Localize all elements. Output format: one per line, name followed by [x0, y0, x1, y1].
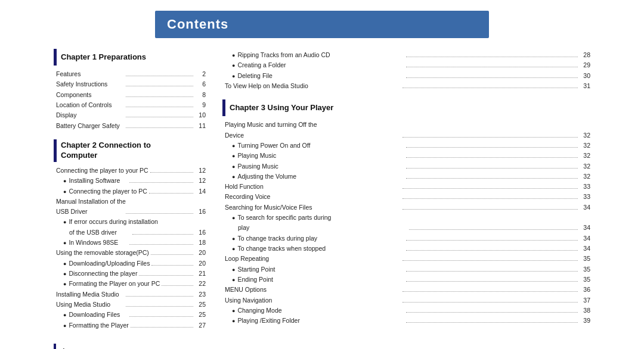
chapter2-section: Chapter 2 Connection toComputer Connecti…	[54, 139, 206, 331]
toc-entry: Using the removable storage(PC)20	[56, 248, 206, 258]
toc-entry: Installing Media Studio23	[56, 289, 206, 300]
toc-entry: ●Deleting File30	[225, 71, 590, 81]
chapter2-entries: Connecting the player to your PC12 ●Inst…	[54, 166, 206, 331]
toc-entry: ●Ending Point35	[225, 275, 590, 285]
toc-entry: ●If error occurs during installation	[56, 217, 206, 227]
toc-entry: Features2	[56, 69, 206, 79]
toc-entry: ●Ripping Tracks from an Audio CD28	[225, 50, 590, 60]
toc-entry: ●To change tracks during play34	[225, 233, 590, 244]
chapter2-heading: Chapter 2 Connection toComputer	[54, 139, 206, 162]
chapter2-bar	[54, 139, 57, 162]
toc-entry: ●Creating a Folder29	[225, 60, 590, 70]
chapter1-section: Chapter 1 Preparations Features2 Safety …	[54, 49, 206, 131]
chapter3-bar	[222, 99, 225, 116]
chapter3-title: Chapter 3 Using Your Player	[230, 103, 333, 113]
page-number: 4	[61, 347, 65, 349]
right-column: ●Ripping Tracks from an Audio CD28 ●Crea…	[222, 48, 590, 339]
toc-entry: MENU Options36	[225, 285, 590, 295]
toc-entry: Using Navigation37	[225, 295, 590, 306]
chapter2-title: Chapter 2 Connection toComputer	[61, 141, 151, 161]
toc-entry: Searching for Music/Voice Files34	[225, 202, 590, 213]
page-footer: 4	[54, 344, 644, 349]
toc-entry: ●Playing /Exiting Folder39	[225, 316, 590, 326]
toc-entry: ●Installing Software12	[56, 176, 206, 186]
toc-entry: ●Adjusting the Volume32	[225, 172, 590, 182]
toc-entry: USB Driver16	[56, 207, 206, 217]
toc-entry: Loop Repeating35	[225, 254, 590, 264]
header-banner: Contents	[155, 11, 489, 38]
toc-entry: Display10	[56, 110, 206, 120]
toc-entry: ●Formating the Player on your PC22	[56, 279, 206, 289]
toc-entry: Connecting the player to your PC12	[56, 166, 206, 176]
toc-entry: ●Connecting the player to PC14	[56, 186, 206, 197]
left-column: Chapter 1 Preparations Features2 Safety …	[54, 48, 206, 339]
toc-entry: ●To search for specific parts during	[225, 213, 590, 223]
toc-entry: Playing Music and turning Off the	[225, 120, 590, 130]
toc-entry: ●Downloading/Uploading Files20	[56, 258, 206, 269]
toc-entry: ●Changing Mode38	[225, 306, 590, 316]
chapter1-heading: Chapter 1 Preparations	[54, 49, 206, 66]
toc-entry: To View Help on Media Studio31	[225, 81, 590, 91]
toc-entry: ●Disconnecting the player21	[56, 269, 206, 279]
chapter3-entries: Playing Music and turning Off the Device…	[222, 120, 590, 326]
toc-entry: Recording Voice33	[225, 192, 590, 202]
chapter1-entries: Features2 Safety Instructions6 Component…	[54, 69, 206, 131]
toc-entry: ●Downloading Files25	[56, 310, 206, 320]
toc-entry: Device32	[225, 130, 590, 141]
page-number-bar	[54, 344, 56, 349]
toc-entry: ●Playing Music32	[225, 151, 590, 161]
toc-entry: ●In Windows 98SE18	[56, 238, 206, 248]
toc-entry: Manual Installation of the	[56, 197, 206, 207]
toc-entry: ●Pausing Music32	[225, 161, 590, 172]
toc-entry: ●Turning Power On and Off32	[225, 141, 590, 151]
toc-entry: ●To change tracks when stopped34	[225, 244, 590, 254]
page: Contents Chapter 1 Preparations Features…	[0, 0, 644, 349]
chapter2-continued: ●Ripping Tracks from an Audio CD28 ●Crea…	[222, 50, 590, 91]
toc-entry: Components8	[56, 90, 206, 100]
toc-entry: Safety Instructions6	[56, 79, 206, 89]
chapter3-section: Chapter 3 Using Your Player Playing Musi…	[222, 99, 590, 326]
toc-entry: ●Starting Point35	[225, 264, 590, 275]
toc-entry: play34	[225, 223, 590, 233]
chapter1-title: Chapter 1 Preparations	[61, 52, 146, 63]
toc-entry: Hold Function33	[225, 182, 590, 192]
chapter3-heading: Chapter 3 Using Your Player	[222, 99, 590, 116]
toc-entry: Location of Controls9	[56, 100, 206, 110]
toc-entry: Using Media Studio25	[56, 300, 206, 310]
toc-entry: ●Formatting the Player27	[56, 320, 206, 331]
toc-entry: of the USB driver16	[56, 228, 206, 238]
content-area: Chapter 1 Preparations Features2 Safety …	[54, 48, 590, 339]
page-title: Contents	[167, 17, 477, 32]
chapter1-bar	[54, 49, 57, 66]
toc-entry: Battery Charger Safety11	[56, 121, 206, 131]
